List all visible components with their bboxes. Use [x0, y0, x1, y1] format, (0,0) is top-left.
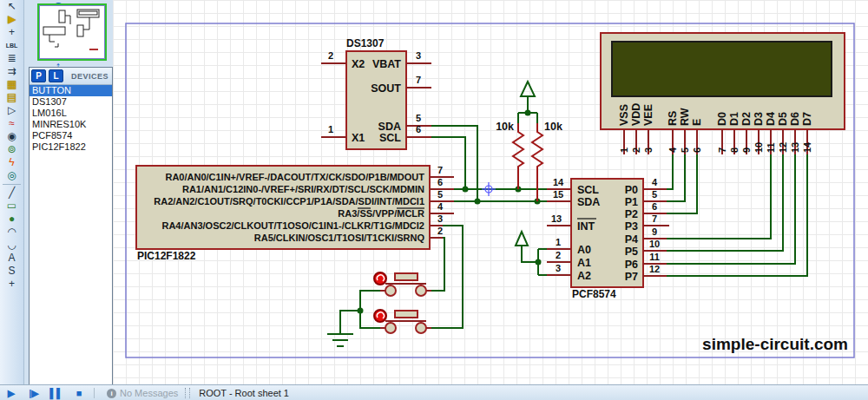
info-icon: i: [107, 389, 116, 398]
wire-ground-branch[interactable]: [340, 311, 360, 333]
play-button[interactable]: ▶: [0, 388, 23, 399]
component-lcd[interactable]: VSS VDD VEE RS RW E D0 D1 D2 D3 D4 D5 D6…: [601, 33, 845, 154]
component-button-1[interactable]: [374, 272, 431, 296]
2d-symbol-mode-icon[interactable]: S: [0, 265, 23, 278]
lcd-pin12-number: 12: [778, 142, 788, 153]
graph-mode-icon[interactable]: ≈: [0, 117, 23, 130]
preview-thumbnail: [39, 5, 102, 56]
2d-text-mode-icon[interactable]: A: [0, 252, 23, 265]
device-item-pic12f1822[interactable]: PIC12F1822: [30, 141, 112, 153]
power-terminal-top[interactable]: [518, 82, 537, 113]
component-pic12f1822[interactable]: PIC12F1822 7 6 5 4 3 2 RA0/AN0/C1IN+/VRE…: [136, 165, 454, 262]
pick-devices-button[interactable]: P: [31, 69, 46, 82]
watermark-text: simple-circuit.com: [702, 335, 848, 353]
wire-p2-e[interactable]: [667, 154, 697, 213]
pcf-pin-p2: P2: [625, 208, 638, 220]
ds1307-pin1-number: 1: [328, 124, 333, 134]
device-item-lm016l[interactable]: LM016L: [30, 108, 112, 119]
schematic-canvas[interactable]: DS1307 2 1 3 7 5 6 X2 X1 VBAT SOUT SDA S…: [113, 0, 868, 384]
current-probe-mode-icon[interactable]: ◎: [0, 169, 23, 182]
device-item-ds1307[interactable]: DS1307: [30, 96, 112, 108]
statusbar-grip: [185, 388, 190, 398]
ds1307-pin-x1: X1: [352, 132, 365, 144]
stop-button[interactable]: ■: [68, 388, 90, 398]
ds1307-pin6-number: 6: [416, 124, 421, 134]
generator-mode-icon[interactable]: ⊚: [0, 143, 23, 156]
lcd-pin3-number: 3: [643, 148, 654, 153]
selection-mode-icon[interactable]: ↖: [0, 0, 23, 13]
lcd-pin-vss: VSS: [618, 104, 630, 126]
wire-buttons-left[interactable]: [360, 291, 380, 328]
2d-arc-mode-icon[interactable]: ◠: [0, 226, 23, 239]
pic-pin5-number: 5: [437, 189, 443, 200]
ds1307-pin-scl: SCL: [379, 132, 401, 144]
pcf-title: PCF8574: [572, 288, 616, 300]
component-button-2[interactable]: [374, 310, 431, 333]
component-resistor-r1[interactable]: 10k: [496, 113, 523, 189]
2d-circle-mode-icon[interactable]: ●: [0, 213, 23, 226]
pic-pin-ra5: RA5/CLKIN/OSC1/T1OSI/T1CKI/SRNQ: [254, 233, 425, 243]
pic-pin-ra4: RA4/AN3/OSC2/CLKOUT/T1OSO/C1IN1-/CLKR/T1…: [161, 220, 424, 231]
pic-pin7-number: 7: [437, 165, 443, 175]
voltage-probe-mode-icon[interactable]: ϟ: [0, 156, 23, 169]
device-item-minres10k[interactable]: MINRES10K: [30, 119, 112, 130]
device-item-button[interactable]: BUTTON: [30, 85, 112, 96]
component-ds1307[interactable]: DS1307 2 1 3 7 5 6 X2 X1 VBAT SOUT SDA S…: [321, 37, 431, 149]
lcd-pin-vee: VEE: [642, 104, 654, 126]
2d-line-mode-icon[interactable]: ╱: [0, 187, 23, 200]
pic-pin6-number: 6: [437, 177, 443, 187]
component-resistor-r2[interactable]: 10k: [532, 113, 562, 201]
lcd-pin-d1: D1: [728, 112, 740, 126]
r1-value: 10k: [496, 121, 514, 133]
buses-mode-icon[interactable]: ⇉: [0, 65, 23, 78]
mode-toolbar: ↖ ▶ + LBL ≣ ⇉ ▦ ▤ ▷ ≈ ◉ ⊚ ϟ ◎ ╱ ▭ ● ◠ ◡ …: [0, 0, 24, 384]
schematic-overview[interactable]: [37, 3, 107, 61]
wire-p4-d4[interactable]: [667, 154, 771, 239]
lcd-screen: [612, 42, 832, 96]
lcd-pin-rw: RW: [679, 108, 691, 126]
r2-value: 10k: [544, 121, 562, 133]
2d-marker-mode-icon[interactable]: +: [0, 278, 23, 291]
2d-path-mode-icon[interactable]: ◡: [0, 239, 23, 252]
component-mode-icon[interactable]: ▶: [0, 13, 23, 26]
pcf-pin9-number: 9: [652, 226, 657, 237]
proteus-window: ↖ ▶ + LBL ≣ ⇉ ▦ ▤ ▷ ≈ ◉ ⊚ ϟ ◎ ╱ ▭ ● ◠ ◡ …: [0, 0, 868, 400]
power-terminal-address[interactable]: [516, 232, 547, 275]
pic-title: PIC12F1822: [137, 250, 196, 262]
ds1307-pin7-number: 7: [416, 75, 421, 85]
wire-pic-ra5-button1[interactable]: [431, 238, 444, 291]
lcd-pin-d3: D3: [753, 112, 765, 126]
step-button[interactable]: |▶: [23, 388, 45, 399]
wire-label-mode-icon[interactable]: LBL: [0, 39, 23, 52]
lcd-pin14-number: 14: [802, 141, 812, 153]
library-manager-button[interactable]: L: [49, 69, 63, 82]
pcf-pin5-number: 5: [652, 189, 657, 200]
wire-p1-rw[interactable]: [667, 154, 685, 201]
wire-p0-rs[interactable]: [667, 154, 673, 189]
devices-panel-title: DEVICES: [66, 72, 110, 81]
device-item-pcf8574[interactable]: PCF8574: [30, 130, 112, 141]
wire-p7-d7[interactable]: [667, 154, 807, 276]
2d-box-mode-icon[interactable]: ▭: [0, 200, 23, 213]
text-script-mode-icon[interactable]: ≣: [0, 52, 23, 65]
pic-pin4-number: 4: [437, 201, 444, 212]
pcf-pin-a1: A1: [577, 257, 591, 269]
terminals-mode-icon[interactable]: ▤: [0, 91, 23, 104]
ground-terminal[interactable]: [327, 334, 353, 346]
lcd-pin6-number: 6: [692, 148, 702, 153]
junction-dot-mode-icon[interactable]: +: [0, 26, 23, 39]
resistor-symbol: [513, 123, 523, 189]
wire-pic-ra4-button2[interactable]: [431, 226, 463, 328]
wire-p6-d6[interactable]: [667, 154, 795, 264]
device-pins-mode-icon[interactable]: ▷: [0, 104, 23, 117]
tape-recorder-mode-icon[interactable]: ◉: [0, 130, 23, 143]
component-pcf8574[interactable]: PCF8574 14 15 13 1 2 3: [547, 177, 669, 300]
message-status[interactable]: No Messages: [120, 388, 178, 398]
subcircuit-mode-icon[interactable]: ▦: [0, 78, 23, 91]
wire-ds1307-scl[interactable]: [431, 137, 465, 189]
pcf-pin-p6: P6: [625, 259, 638, 271]
pause-button[interactable]: ▌▌: [45, 388, 68, 398]
pcf-pin1-number: 1: [556, 237, 561, 247]
pcf-pin-p7: P7: [625, 271, 638, 283]
pcf-pin2-number: 2: [556, 250, 561, 260]
